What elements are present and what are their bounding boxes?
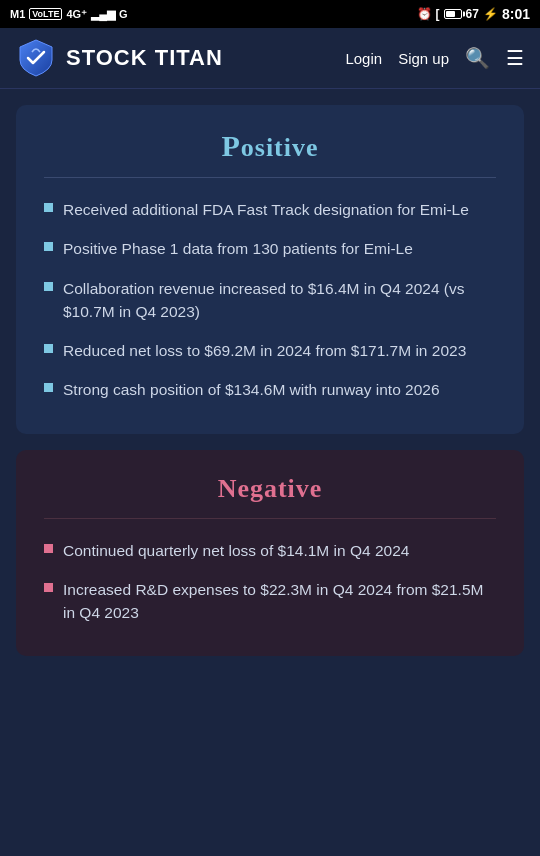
negative-title: Negative — [44, 474, 496, 504]
positive-list: Received additional FDA Fast Track desig… — [44, 198, 496, 402]
battery-percent: 67 — [466, 7, 479, 21]
positive-divider — [44, 177, 496, 178]
bullet-icon — [44, 544, 53, 553]
login-button[interactable]: Login — [345, 50, 382, 67]
search-icon[interactable]: 🔍 — [465, 46, 490, 70]
list-item: Received additional FDA Fast Track desig… — [44, 198, 496, 221]
alarm-icon: ⏰ — [417, 7, 432, 21]
logo-svg — [16, 38, 56, 78]
signal-bars: ▂▄▆ — [91, 8, 115, 21]
bullet-icon — [44, 344, 53, 353]
positive-title: Positive — [44, 129, 496, 163]
header-nav: Login Sign up 🔍 ☰ — [345, 46, 524, 70]
signup-button[interactable]: Sign up — [398, 50, 449, 67]
list-item: Continued quarterly net loss of $14.1M i… — [44, 539, 496, 562]
volte-badge: VoLTE — [29, 8, 62, 20]
status-bar: M1 VoLTE 4G⁺ ▂▄▆ G ⏰ [ 67 ⚡ 8:01 — [0, 0, 540, 28]
bullet-icon — [44, 203, 53, 212]
negative-list: Continued quarterly net loss of $14.1M i… — [44, 539, 496, 625]
list-item: Increased R&D expenses to $22.3M in Q4 2… — [44, 578, 496, 625]
charging-icon: ⚡ — [483, 7, 498, 21]
bullet-icon — [44, 282, 53, 291]
app-header: STOCK TITAN Login Sign up 🔍 ☰ — [0, 28, 540, 89]
menu-icon[interactable]: ☰ — [506, 46, 524, 70]
logo-area: STOCK TITAN — [16, 38, 223, 78]
logo-text: STOCK TITAN — [66, 45, 223, 71]
bullet-icon — [44, 583, 53, 592]
positive-card: Positive Received additional FDA Fast Tr… — [16, 105, 524, 434]
status-left: M1 VoLTE 4G⁺ ▂▄▆ G — [10, 8, 128, 21]
list-item: Positive Phase 1 data from 130 patients … — [44, 237, 496, 260]
carrier-info: M1 — [10, 8, 25, 20]
status-right: ⏰ [ 67 ⚡ 8:01 — [417, 6, 530, 22]
list-item: Reduced net loss to $69.2M in 2024 from … — [44, 339, 496, 362]
list-item: Collaboration revenue increased to $16.4… — [44, 277, 496, 324]
clock: 8:01 — [502, 6, 530, 22]
list-item: Strong cash position of $134.6M with run… — [44, 378, 496, 401]
negative-card: Negative Continued quarterly net loss of… — [16, 450, 524, 657]
negative-divider — [44, 518, 496, 519]
bullet-icon — [44, 242, 53, 251]
battery-level: [ — [436, 7, 440, 21]
bullet-icon — [44, 383, 53, 392]
network-type: 4G⁺ — [66, 8, 87, 21]
battery-icon — [444, 9, 462, 19]
main-content: Positive Received additional FDA Fast Tr… — [0, 89, 540, 672]
g-icon: G — [119, 8, 128, 20]
